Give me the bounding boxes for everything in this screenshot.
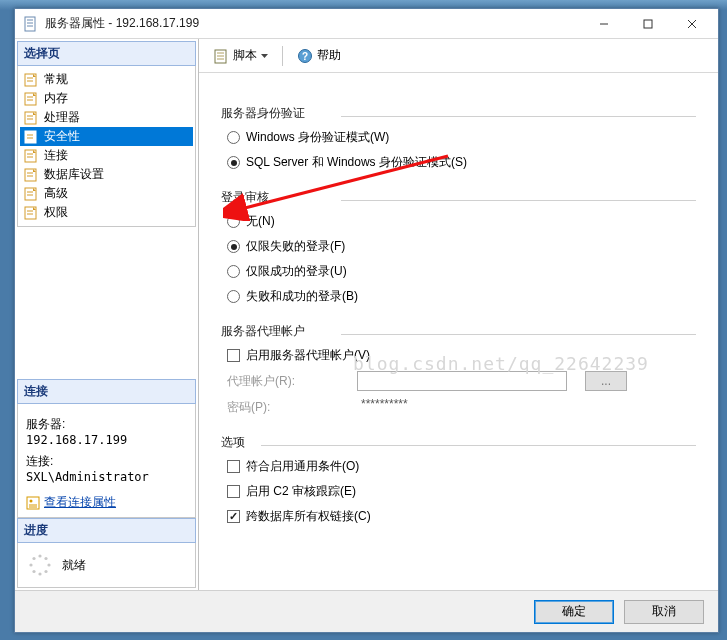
proxy-browse-button[interactable]: ... [585,371,627,391]
radio-icon [227,156,240,169]
page-icon [24,92,40,106]
checkbox-icon [227,485,240,498]
page-icon [24,206,40,220]
auth-windows-label: Windows 身份验证模式(W) [246,129,389,146]
checkbox-icon [227,510,240,523]
svg-point-51 [32,557,35,560]
auth-mixed-radio[interactable]: SQL Server 和 Windows 身份验证模式(S) [221,150,696,175]
opt-c2-label: 启用 C2 审核跟踪(E) [246,483,356,500]
audit-both-label: 失败和成功的登录(B) [246,288,358,305]
view-connection-props-link[interactable]: 查看连接属性 [44,494,116,511]
opt-crossdb-label: 跨数据库所有权链接(C) [246,508,371,525]
close-button[interactable] [670,9,714,38]
opt-c2-checkbox[interactable]: 启用 C2 审核跟踪(E) [221,479,696,504]
options-group-header: 选项 [221,434,696,451]
progress-header: 进度 [17,518,196,543]
script-icon [213,48,229,64]
page-item-label: 处理器 [44,109,80,126]
dialog-footer: 确定 取消 [15,590,718,632]
radio-icon [227,215,240,228]
auth-mixed-label: SQL Server 和 Windows 身份验证模式(S) [246,154,467,171]
progress-panel: 就绪 [17,543,196,588]
help-icon: ? [297,48,313,64]
audit-both-radio[interactable]: 失败和成功的登录(B) [221,284,696,309]
proxy-password-label: 密码(P): [227,399,347,416]
chevron-down-icon [261,54,268,58]
audit-failed-label: 仅限失败的登录(F) [246,238,345,255]
audit-success-radio[interactable]: 仅限成功的登录(U) [221,259,696,284]
connection-header: 连接 [17,379,196,404]
svg-marker-56 [261,54,268,58]
radio-icon [227,265,240,278]
svg-point-41 [30,499,33,502]
help-button[interactable]: ? 帮助 [291,44,347,67]
proxy-account-label: 代理帐户(R): [227,373,347,390]
svg-point-50 [29,563,32,566]
connection-panel: 服务器: 192.168.17.199 连接: SXL\Administrato… [17,404,196,518]
ok-button[interactable]: 确定 [534,600,614,624]
svg-point-49 [32,570,35,573]
proxy-password-input[interactable]: ********** [357,397,567,417]
proxy-account-input[interactable] [357,371,567,391]
page-item-label: 数据库设置 [44,166,104,183]
page-item-6[interactable]: 高级 [20,184,193,203]
page-icon [24,168,40,182]
page-item-2[interactable]: 处理器 [20,108,193,127]
minimize-button[interactable] [582,9,626,38]
page-icon [24,187,40,201]
opt-crossdb-checkbox[interactable]: 跨数据库所有权链接(C) [221,504,696,529]
checkbox-icon [227,460,240,473]
script-label: 脚本 [233,47,257,64]
page-item-label: 常规 [44,71,68,88]
page-icon [24,149,40,163]
radio-icon [227,290,240,303]
opt-common-checkbox[interactable]: 符合启用通用条件(O) [221,454,696,479]
conn-label: 连接: [26,453,187,470]
app-icon [23,16,39,32]
page-item-label: 权限 [44,204,68,221]
maximize-button[interactable] [626,9,670,38]
audit-failed-radio[interactable]: 仅限失败的登录(F) [221,234,696,259]
svg-point-45 [44,557,47,560]
auth-group-header: 服务器身份验证 [221,105,696,122]
opt-common-label: 符合启用通用条件(O) [246,458,359,475]
titlebar[interactable]: 服务器属性 - 192.168.17.199 [15,9,718,39]
window-title: 服务器属性 - 192.168.17.199 [45,15,582,32]
page-item-label: 安全性 [44,128,80,145]
svg-rect-0 [25,17,35,31]
page-item-label: 高级 [44,185,68,202]
properties-icon [26,496,40,510]
page-icon [24,73,40,87]
svg-point-48 [38,572,41,575]
server-properties-dialog: 服务器属性 - 192.168.17.199 选择页 常规内存处理器安全性连接数… [14,8,719,633]
page-item-0[interactable]: 常规 [20,70,193,89]
page-item-label: 连接 [44,147,68,164]
audit-none-label: 无(N) [246,213,275,230]
server-value: 192.168.17.199 [26,433,187,447]
page-item-1[interactable]: 内存 [20,89,193,108]
page-item-5[interactable]: 数据库设置 [20,165,193,184]
svg-rect-5 [644,20,652,28]
left-panel: 选择页 常规内存处理器安全性连接数据库设置高级权限 连接 服务器: 192.16… [15,39,199,590]
proxy-enable-label: 启用服务器代理帐户(V) [246,347,370,364]
cancel-button[interactable]: 取消 [624,600,704,624]
page-item-7[interactable]: 权限 [20,203,193,222]
audit-none-radio[interactable]: 无(N) [221,209,696,234]
audit-group-header: 登录审核 [221,189,696,206]
script-button[interactable]: 脚本 [207,44,274,67]
page-item-label: 内存 [44,90,68,107]
proxy-enable-checkbox[interactable]: 启用服务器代理帐户(V) [221,343,696,368]
radio-icon [227,131,240,144]
ready-icon [28,553,52,577]
svg-point-44 [38,554,41,557]
radio-icon [227,240,240,253]
toolbar-separator [282,46,283,66]
page-item-4[interactable]: 连接 [20,146,193,165]
auth-windows-radio[interactable]: Windows 身份验证模式(W) [221,125,696,150]
toolbar: 脚本 ? 帮助 [199,39,718,73]
page-icon [24,111,40,125]
proxy-group-header: 服务器代理帐户 [221,323,696,340]
server-label: 服务器: [26,416,187,433]
page-icon [24,130,40,144]
page-item-3[interactable]: 安全性 [20,127,193,146]
